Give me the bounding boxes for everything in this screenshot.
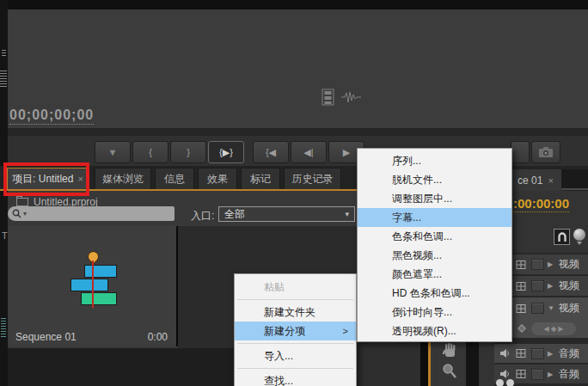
sequence-duration: 0:00 (148, 331, 168, 343)
play-in-to-out-button[interactable]: {▶} (208, 141, 244, 163)
sequence-clip-bar (84, 265, 117, 278)
camera-icon (539, 147, 553, 157)
collapse-arrow-icon[interactable]: ▶ (548, 260, 555, 268)
track-label[interactable]: 音频 (559, 367, 579, 382)
partial-button[interactable] (511, 141, 530, 163)
tab-bar-filler (561, 169, 588, 190)
zoom-tool-icon[interactable] (442, 363, 457, 379)
tab-info[interactable]: 信息 (155, 168, 194, 189)
track-lock-toggle[interactable] (531, 369, 544, 380)
snap-button[interactable] (554, 229, 570, 245)
sequence-cti-line (92, 260, 94, 308)
step-back-icon: ◀| (303, 147, 313, 158)
snap-magnet-icon (557, 232, 567, 242)
close-icon[interactable]: × (548, 175, 553, 186)
menu-item-find[interactable]: 查找... (235, 371, 356, 386)
entry-filter-dropdown[interactable]: 全部 ▾ (218, 206, 355, 222)
sequence-name[interactable]: Sequence 01 (15, 331, 77, 343)
speaker-icon[interactable] (499, 347, 511, 359)
collapse-arrow-icon[interactable]: ▼ (548, 304, 555, 312)
source-monitor-panel: 00;00;00;00 (8, 9, 588, 128)
speaker-icon[interactable] (499, 368, 511, 380)
drag-audio-only-icon[interactable] (341, 91, 362, 104)
chevron-down-icon (577, 242, 582, 245)
tab-effects[interactable]: 效果 (198, 168, 237, 189)
export-frame-button[interactable] (531, 141, 560, 163)
menu-separator (237, 368, 353, 369)
timeline-tools-strip (357, 340, 479, 386)
sync-lock-icon[interactable] (515, 368, 528, 380)
submenu-arrow-icon: > (343, 322, 348, 340)
submenu-item-offline-file[interactable]: 脱机文件... (358, 170, 511, 189)
chevron-down-icon: ▾ (345, 210, 349, 218)
track-label[interactable]: 视频 (559, 279, 579, 293)
sequence-clip-bar (81, 292, 117, 305)
tab-label: 信息 (164, 172, 185, 187)
tab-sequence-label: ce 01 (518, 175, 542, 187)
collapse-arrow-icon[interactable]: ▶ (548, 282, 555, 290)
keyframe-nav-pill[interactable]: ◀ ◆ ▶ (531, 322, 576, 335)
submenu-item-adjustment-layer[interactable]: 调整图层中... (358, 189, 511, 208)
step-back-button[interactable]: ◀| (291, 141, 327, 163)
project-panel-footer (8, 348, 234, 386)
mark-out-button[interactable]: } (170, 141, 206, 163)
tab-history[interactable]: 历史记录 (284, 168, 341, 189)
submenu-item-sequence[interactable]: 序列... (358, 151, 511, 170)
submenu-item-transparent-video[interactable]: 透明视频(R)... (358, 322, 511, 340)
marker-menu-icon[interactable] (573, 229, 585, 241)
hand-tool-icon[interactable] (442, 342, 457, 359)
context-menu: 粘贴 新建文件夹 新建分项 > 导入... 查找... (234, 273, 357, 386)
track-header-audio1[interactable]: ▶ 音频 (494, 344, 588, 363)
menu-item-label: 新建分项 (264, 325, 305, 337)
collapse-arrow-icon[interactable]: ▶ (548, 350, 555, 358)
tab-label: 媒体浏览 (102, 172, 144, 187)
sync-lock-icon[interactable] (515, 280, 528, 292)
tools-panel (433, 340, 466, 386)
submenu-item-bars-and-tone[interactable]: 色条和色调... (358, 227, 511, 246)
submenu-item-countdown[interactable]: 倒计时向导... (358, 303, 511, 322)
menu-item-import[interactable]: 导入... (235, 346, 356, 365)
tab-media-browser[interactable]: 媒体浏览 (95, 168, 151, 189)
audio-knob[interactable] (506, 379, 514, 386)
sequence-item[interactable]: Sequence 01 0:00 (9, 226, 178, 346)
sync-lock-icon[interactable] (515, 259, 528, 271)
drag-video-only-icon[interactable] (321, 89, 335, 106)
tab-label: 效果 (207, 172, 228, 187)
panel-divider (420, 340, 428, 386)
search-input[interactable]: ▾ (8, 206, 175, 221)
sync-lock-icon[interactable] (515, 303, 528, 315)
submenu-item-color-matte[interactable]: 颜色遮罩... (358, 265, 511, 284)
timeline-timecode[interactable]: :00:00:00 (513, 196, 569, 212)
tab-markers[interactable]: 标记 (241, 168, 280, 189)
window-top-bar (0, 0, 588, 9)
sync-lock-icon[interactable] (515, 347, 528, 359)
tab-label: 标记 (250, 172, 271, 187)
source-timecode[interactable]: 00;00;00;00 (9, 107, 94, 125)
track-label[interactable]: 视频 (559, 257, 579, 272)
menu-item-new-item[interactable]: 新建分项 > (235, 322, 356, 340)
menu-separator (237, 299, 353, 300)
track-lock-toggle[interactable] (531, 259, 544, 270)
menu-item-new-folder[interactable]: 新建文件夹 (235, 303, 356, 322)
add-marker-button[interactable]: ▼ (95, 141, 131, 163)
track-label[interactable]: 视频 (559, 301, 579, 316)
submenu-item-black-video[interactable]: 黑色视频... (358, 246, 511, 265)
edge-fragment (2, 50, 6, 57)
search-filter-caret[interactable]: ▾ (23, 210, 27, 218)
submenu-item-title[interactable]: 字幕... (358, 208, 511, 227)
active-panel-edge (428, 340, 431, 386)
mark-in-button[interactable]: { (132, 141, 168, 163)
track-lock-toggle[interactable] (531, 303, 544, 314)
mark-in-icon: { (149, 147, 152, 157)
tab-sequence[interactable]: ce 01 × (510, 169, 561, 191)
track-lock-toggle[interactable] (531, 280, 544, 291)
play-in-out-icon: {▶} (219, 147, 233, 158)
audio-knob[interactable] (496, 379, 504, 386)
track-label[interactable]: 音频 (559, 346, 579, 361)
track-lock-toggle[interactable] (531, 348, 544, 359)
collapse-arrow-icon[interactable]: ▶ (548, 371, 555, 378)
submenu-item-hd-bars-and-tone[interactable]: HD 色条和色调... (358, 284, 511, 303)
go-to-in-button[interactable]: {◀ (253, 141, 289, 163)
search-icon (12, 209, 21, 218)
keyframe-diamond-icon[interactable] (515, 322, 528, 334)
